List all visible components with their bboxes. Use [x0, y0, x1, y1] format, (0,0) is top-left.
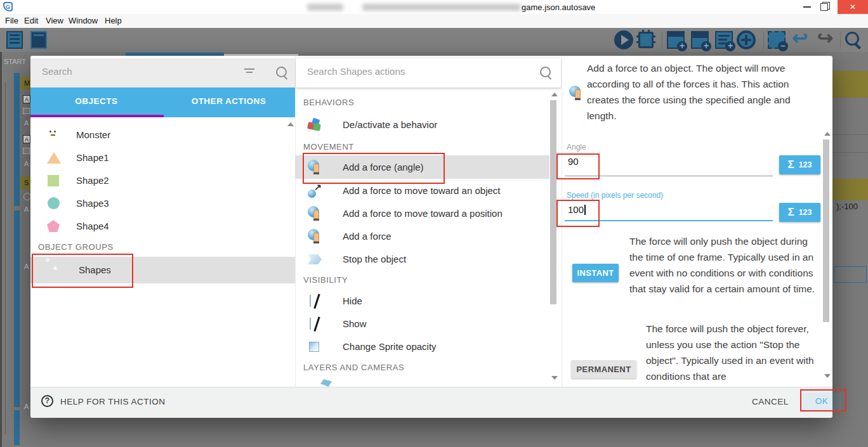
menu-help[interactable]: Help — [105, 16, 122, 25]
instant-button[interactable]: INSTANT — [572, 264, 619, 282]
dialog-footer: ? HELP FOR THIS ACTION CANCEL OK — [30, 387, 832, 418]
annotation-box-angle-value — [556, 153, 600, 179]
action-row-add-force[interactable]: Add a force — [295, 225, 549, 248]
toolbar-separator — [662, 32, 662, 49]
hide-slash-icon — [313, 294, 320, 309]
object-row-shape3[interactable]: Shape3 — [30, 192, 295, 215]
action-search-bar — [296, 58, 561, 87]
scroll-up-arrow[interactable] — [551, 93, 558, 96]
event-header: S — [20, 176, 30, 190]
toolbar: + + + – ↩ ↪ — [0, 28, 868, 52]
open-project-icon[interactable] — [6, 31, 23, 49]
layer-icon — [320, 379, 332, 387]
action-letter: A — [24, 160, 29, 167]
scroll-down-arrow[interactable] — [824, 374, 831, 378]
export-project-icon[interactable] — [30, 31, 47, 49]
object-groups-header: OBJECT GROUPS — [38, 242, 114, 252]
action-letter: A — [24, 262, 29, 270]
scroll-down-arrow[interactable] — [551, 376, 558, 380]
scrollbar-thumb[interactable] — [550, 100, 556, 304]
search-icon[interactable] — [845, 32, 859, 46]
tab-other-actions[interactable]: OTHER ACTIONS — [162, 87, 295, 115]
permanent-button[interactable]: PERMANENT — [571, 360, 636, 379]
scroll-up-arrow[interactable] — [287, 122, 294, 126]
title-blurred-segment — [362, 4, 521, 11]
object-search-input[interactable] — [41, 65, 233, 77]
add-new-icon[interactable] — [737, 30, 756, 49]
event-header-row — [832, 179, 868, 200]
menu-file[interactable]: File — [5, 16, 18, 25]
redo-icon[interactable]: ↪ — [817, 29, 833, 48]
behaviors-header: BEHAVIORS — [303, 98, 354, 107]
angle-expression-button[interactable]: Σ 123 — [779, 155, 820, 174]
gdevelop-logo-icon: G — [3, 2, 13, 11]
active-tab-indicator — [30, 115, 164, 117]
action-row-change-opacity[interactable]: Change Sprite opacity — [295, 335, 549, 358]
undo-icon[interactable]: ↩ — [792, 29, 808, 48]
square-object-icon — [48, 175, 59, 186]
annotation-box-ok-button — [800, 389, 846, 411]
menu-window[interactable]: Window — [69, 16, 98, 25]
toolbar-separator — [840, 32, 841, 49]
permanent-description: The force will push the object forever, … — [646, 321, 820, 384]
layers-cameras-header: LAYERS AND CAMERAS — [303, 363, 404, 372]
action-description: Add a force to an object. The object wil… — [587, 60, 819, 124]
scrollbar-thumb[interactable] — [823, 139, 829, 322]
object-row-shape1[interactable]: Shape1 — [30, 146, 295, 169]
add-comment-icon[interactable]: + — [715, 31, 733, 49]
restore-button-front[interactable] — [820, 3, 828, 11]
action-badge: A — [23, 135, 30, 143]
action-letter: A — [24, 119, 29, 127]
menu-view[interactable]: View — [46, 16, 63, 25]
help-icon: ? — [41, 395, 53, 407]
close-button[interactable]: ✕ — [838, 0, 868, 14]
play-icon[interactable] — [614, 30, 633, 49]
object-tabs: OBJECTS OTHER ACTIONS — [30, 87, 295, 117]
action-editor-dialog: OBJECTS OTHER ACTIONS Monster Shape1 Sha… — [30, 56, 832, 417]
hide-icon — [310, 295, 311, 307]
event-tree-line — [5, 82, 6, 434]
tab-objects[interactable]: OBJECTS — [30, 87, 162, 115]
help-link[interactable]: HELP FOR THIS ACTION — [60, 397, 166, 406]
remove-event-icon[interactable]: – — [768, 31, 786, 49]
search-icon[interactable] — [540, 67, 551, 77]
action-row-show[interactable]: Show — [295, 313, 549, 335]
filter-icon[interactable] — [244, 68, 254, 75]
menu-edit[interactable]: Edit — [24, 16, 38, 25]
object-row-monster[interactable]: Monster — [30, 124, 295, 146]
action-row-stop-object[interactable]: Stop the object — [295, 248, 549, 271]
scroll-up-arrow[interactable] — [824, 132, 831, 136]
minimize-button[interactable] — [803, 6, 811, 8]
search-icon[interactable] — [276, 67, 287, 77]
parameters-panel: Add a force to an object. The object wil… — [562, 56, 832, 387]
visibility-header: VISIBILITY — [303, 275, 348, 285]
annotation-box-shapes-group — [32, 254, 133, 288]
title-blurred-segment — [307, 4, 343, 11]
object-row-shape4[interactable]: Shape4 — [30, 215, 295, 238]
object-row-shape2[interactable]: Shape2 — [30, 169, 295, 192]
show-icon — [310, 318, 311, 330]
circle-object-icon — [48, 197, 60, 209]
cancel-button[interactable]: CANCEL — [752, 397, 789, 406]
action-row-deactivate-behavior[interactable]: De/activate a behavior — [295, 113, 549, 136]
event-handle-bar — [14, 211, 20, 407]
action-list-panel: BEHAVIORS De/activate a behavior MOVEMEN… — [295, 56, 562, 387]
opacity-icon — [309, 342, 319, 352]
add-sub-event-icon[interactable]: + — [691, 31, 709, 49]
add-event-icon[interactable]: + — [667, 31, 685, 49]
annotation-box-speed-value — [556, 200, 600, 227]
action-row-hide[interactable]: Hide — [295, 290, 549, 313]
condition-box — [23, 108, 30, 114]
action-row-force-toward-position[interactable]: Add a force to move toward a position — [295, 202, 549, 225]
triangle-object-icon — [47, 152, 61, 164]
speed-expression-button[interactable]: Σ 123 — [779, 203, 820, 222]
backdrop-divider — [832, 152, 868, 153]
action-letter: A — [24, 403, 29, 410]
code-fragment: );-100 — [836, 202, 858, 211]
title-bar: G game.json.autosave ✕ — [0, 0, 868, 15]
action-search-input[interactable] — [306, 65, 518, 77]
action-letter: A — [24, 205, 29, 213]
event-handle-bar — [14, 73, 20, 206]
show-slash-icon — [313, 316, 320, 332]
debug-icon[interactable] — [638, 32, 654, 48]
